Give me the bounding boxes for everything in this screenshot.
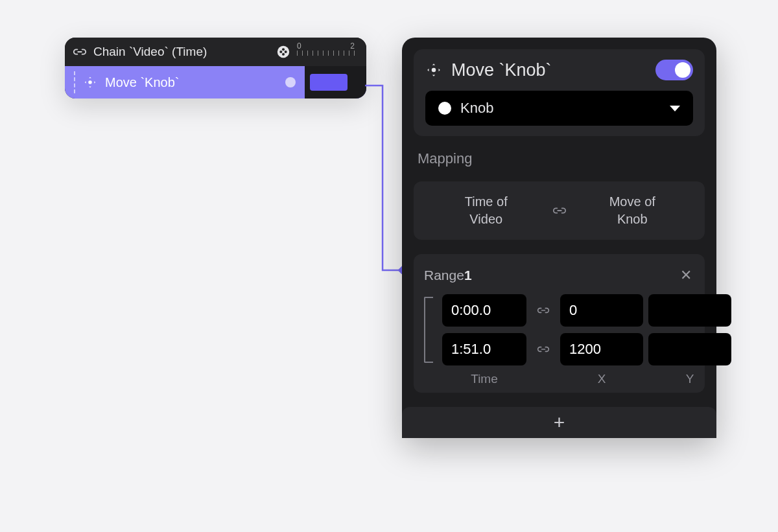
enable-toggle[interactable] <box>655 60 693 80</box>
move-icon <box>425 62 442 78</box>
chevron-down-icon <box>670 106 680 111</box>
range-x-end-input[interactable] <box>560 333 643 365</box>
mapping-summary[interactable]: Time of Video Move of Knob <box>414 181 705 240</box>
mapping-to: Move of Knob <box>567 193 699 228</box>
chain-header: Chain `Video` (Time) 0 2 <box>65 38 366 66</box>
svg-point-0 <box>277 46 289 58</box>
dropdown-selected: Knob <box>460 100 493 117</box>
col-label-time: Time <box>442 372 526 386</box>
range-box: Range1 ✕ Time <box>414 254 705 393</box>
timeline-clip[interactable] <box>310 74 348 91</box>
range-label: Range1 <box>424 268 472 283</box>
chain-link-icon <box>552 203 567 218</box>
detail-panel: Move `Knob` Knob Mapping Time of Video M… <box>402 38 716 438</box>
chain-link-icon <box>73 45 87 59</box>
range-time-end-input[interactable] <box>442 333 526 365</box>
chain-card: Chain `Video` (Time) 0 2 <box>65 38 366 98</box>
panel-header: Move `Knob` Knob <box>414 49 705 136</box>
chain-title: Chain `Video` (Time) <box>93 45 207 59</box>
svg-point-5 <box>89 81 91 84</box>
add-range-button[interactable]: + <box>402 407 716 438</box>
layer-dot-icon <box>438 102 451 115</box>
chain-row-move-knob[interactable]: Move `Knob` <box>65 66 366 98</box>
svg-point-2 <box>285 51 287 53</box>
plus-icon: + <box>554 411 565 434</box>
drag-handle-icon[interactable] <box>74 71 75 93</box>
svg-point-7 <box>432 69 435 71</box>
chain-link-icon <box>532 304 555 317</box>
move-icon <box>83 75 97 89</box>
status-dot-icon <box>285 77 296 87</box>
range-grid: Time X Y <box>424 294 694 386</box>
panel-title: Move `Knob` <box>451 60 646 80</box>
svg-point-1 <box>279 51 282 53</box>
timeline-track[interactable] <box>305 66 366 98</box>
timeline-tick-start: 0 <box>297 41 301 51</box>
mapping-from: Time of Video <box>420 193 552 228</box>
svg-point-3 <box>282 48 285 51</box>
target-dropdown[interactable]: Knob <box>425 91 693 126</box>
svg-point-4 <box>282 53 285 56</box>
timeline-ruler: 0 2 <box>297 38 359 66</box>
component-icon[interactable] <box>276 45 290 59</box>
timeline-tick-end: 2 <box>350 41 355 51</box>
close-icon[interactable]: ✕ <box>678 264 694 286</box>
range-bracket-icon <box>424 297 433 363</box>
col-label-x: X <box>560 372 643 386</box>
range-y-end-input[interactable] <box>648 333 731 365</box>
col-label-y: Y <box>648 372 731 386</box>
chain-row-label: Move `Knob` <box>105 75 180 90</box>
range-time-start-input[interactable] <box>442 294 526 327</box>
chain-link-icon <box>532 343 555 356</box>
range-y-start-input[interactable] <box>648 294 731 327</box>
range-x-start-input[interactable] <box>560 294 643 327</box>
mapping-section-label: Mapping <box>414 150 705 167</box>
